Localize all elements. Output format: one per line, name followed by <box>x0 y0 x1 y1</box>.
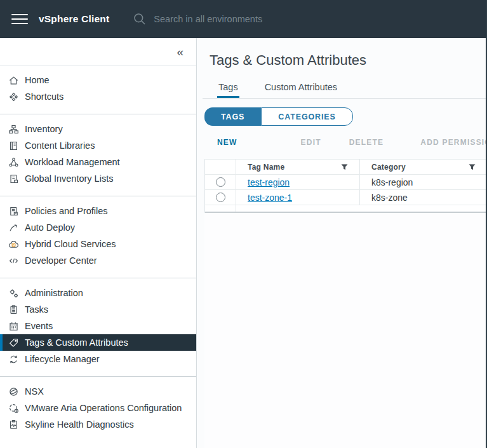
sidebar-item-policies-profiles[interactable]: Policies and Profiles <box>0 203 196 219</box>
sidebar-section-4: Administration Tasks Events Tags & Custo… <box>0 278 196 377</box>
inventory-icon <box>8 124 19 135</box>
column-header-label: Category <box>371 163 406 172</box>
global-inventory-lists-icon <box>8 173 19 184</box>
table-row: test-zone-1 k8s-zone <box>205 189 487 205</box>
sidebar-item-label: Content Libraries <box>25 140 95 151</box>
sidebar-item-label: NSX <box>25 386 44 397</box>
sidebar: « Home Shortcuts Inven <box>0 38 197 448</box>
row-radio-button[interactable] <box>216 193 225 202</box>
tag-name-column-header: Tag Name <box>236 160 359 174</box>
sidebar-item-label: Administration <box>25 288 83 298</box>
tags-table: Tag Name Category <box>204 159 487 213</box>
tab-custom-attributes[interactable]: Custom Attributes <box>264 78 338 98</box>
category-filter-icon[interactable] <box>469 164 476 170</box>
new-button[interactable]: NEW <box>217 138 237 147</box>
vsphere-client-window: vSphere Client Search in all environment… <box>0 0 487 448</box>
category-value: k8s-region <box>371 177 413 187</box>
main-pane: Tags & Custom Attributes Tags Custom Att… <box>197 38 487 448</box>
sidebar-item-tags-custom-attributes[interactable]: Tags & Custom Attributes <box>0 334 196 351</box>
row-radio-button[interactable] <box>216 177 225 187</box>
table-row: test-region k8s-region <box>205 174 487 189</box>
sidebar-item-developer-center[interactable]: Developer Center <box>0 252 196 269</box>
sidebar-item-label: Developer Center <box>25 255 97 266</box>
sidebar-item-skyline-health-diagnostics[interactable]: Skyline Health Diagnostics <box>0 416 196 433</box>
toggle-tags-button[interactable]: TAGS <box>204 107 261 126</box>
developer-center-icon <box>8 255 19 266</box>
sidebar-item-global-inventory-lists[interactable]: Global Inventory Lists <box>0 170 196 187</box>
sidebar-item-auto-deploy[interactable]: Auto Deploy <box>0 219 196 236</box>
sidebar-item-shortcuts[interactable]: Shortcuts <box>0 88 196 105</box>
tag-name-filter-icon[interactable] <box>341 164 348 170</box>
sidebar-section-3: Policies and Profiles Auto Deploy Hybrid… <box>0 196 196 278</box>
sidebar-item-administration[interactable]: Administration <box>0 285 196 301</box>
tag-icon <box>8 337 19 348</box>
tasks-icon <box>8 304 19 315</box>
sidebar-item-label: Auto Deploy <box>25 222 75 233</box>
sidebar-item-label: Events <box>25 321 53 331</box>
table-header-row: Tag Name Category <box>205 160 487 174</box>
hamburger-menu-icon[interactable] <box>11 11 28 27</box>
sidebar-item-label: Lifecycle Manager <box>25 354 100 364</box>
tag-link[interactable]: test-region <box>248 177 290 187</box>
tag-link[interactable]: test-zone-1 <box>248 193 292 203</box>
sidebar-item-workload-management[interactable]: Workload Management <box>0 154 196 170</box>
search-placeholder: Search in all environments <box>154 14 262 24</box>
sidebar-item-label: Workload Management <box>25 157 120 167</box>
content-libraries-icon <box>8 140 19 151</box>
sidebar-item-hybrid-cloud-services[interactable]: Hybrid Cloud Services <box>0 236 196 252</box>
sidebar-item-events[interactable]: Events <box>0 318 196 334</box>
sidebar-item-label: Global Inventory Lists <box>25 173 113 184</box>
table-tail <box>205 205 487 212</box>
column-header-label: Tag Name <box>248 163 284 172</box>
sidebar-item-inventory[interactable]: Inventory <box>0 121 196 137</box>
sidebar-item-label: Inventory <box>25 124 63 134</box>
nsx-icon <box>8 386 19 397</box>
edit-button[interactable]: EDIT <box>301 138 321 147</box>
policies-profiles-icon <box>8 206 19 217</box>
row-radio-cell <box>205 190 236 205</box>
action-bar: NEW EDIT DELETE ADD PERMISSION <box>217 136 487 149</box>
page-title: Tags & Custom Attributes <box>210 52 487 69</box>
tags-categories-toggle: TAGS CATEGORIES <box>204 107 353 126</box>
sidebar-item-label: Tasks <box>25 304 48 315</box>
lifecycle-icon <box>8 354 19 365</box>
sidebar-section-2: Inventory Content Libraries Workload Man… <box>0 114 196 196</box>
skyline-health-icon <box>8 419 19 430</box>
sidebar-item-label: Hybrid Cloud Services <box>25 239 116 249</box>
sidebar-collapse-row: « <box>0 38 196 65</box>
administration-icon <box>8 288 19 299</box>
sidebar-item-tasks[interactable]: Tasks <box>0 301 196 318</box>
radio-column-header <box>205 160 236 174</box>
home-icon <box>8 75 19 86</box>
sidebar-item-aria-operations-configuration[interactable]: VMware Aria Operations Configuration <box>0 400 196 416</box>
sidebar-section-1: Home Shortcuts <box>0 65 196 114</box>
workload-management-icon <box>8 157 19 168</box>
sidebar-item-label: Home <box>25 75 50 85</box>
add-permission-button[interactable]: ADD PERMISSION <box>420 138 487 147</box>
sidebar-item-content-libraries[interactable]: Content Libraries <box>0 137 196 154</box>
hybrid-cloud-icon <box>8 239 19 250</box>
row-radio-cell <box>205 175 236 189</box>
sidebar-item-nsx[interactable]: NSX <box>0 383 196 400</box>
auto-deploy-icon <box>8 222 19 233</box>
aria-operations-icon <box>8 403 19 414</box>
sidebar-item-label: Tags & Custom Attributes <box>25 337 128 348</box>
sidebar-item-label: Skyline Health Diagnostics <box>25 419 134 430</box>
app-title: vSphere Client <box>39 13 109 25</box>
tabs-bar: Tags Custom Attributes <box>203 78 487 98</box>
sidebar-item-lifecycle-manager[interactable]: Lifecycle Manager <box>0 351 196 367</box>
toggle-categories-button[interactable]: CATEGORIES <box>261 107 352 126</box>
top-bar: vSphere Client Search in all environment… <box>0 0 487 38</box>
category-column-header: Category <box>359 160 487 174</box>
sidebar-item-home[interactable]: Home <box>0 72 196 88</box>
category-value: k8s-zone <box>371 193 408 203</box>
tab-tags[interactable]: Tags <box>217 78 239 98</box>
collapse-sidebar-icon[interactable]: « <box>177 46 183 58</box>
shortcuts-icon <box>8 92 19 102</box>
tags-content: TAGS CATEGORIES NEW EDIT DELETE ADD PERM… <box>197 98 487 448</box>
global-search[interactable]: Search in all environments <box>133 12 262 26</box>
sidebar-item-label: Shortcuts <box>25 92 63 102</box>
events-icon <box>8 321 19 332</box>
sidebar-item-label: Policies and Profiles <box>25 206 108 216</box>
delete-button[interactable]: DELETE <box>349 138 384 147</box>
